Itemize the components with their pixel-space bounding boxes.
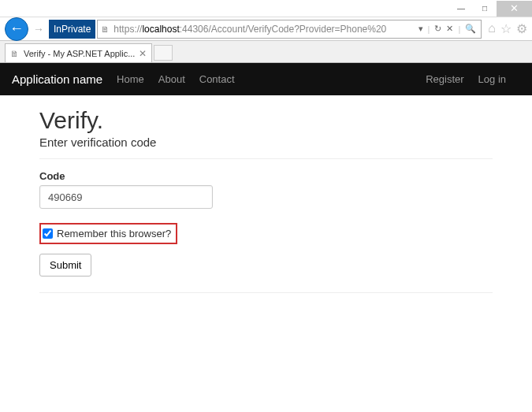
remember-checkbox[interactable] <box>43 228 53 239</box>
minimize-button[interactable]: — <box>449 1 473 17</box>
nav-link-about[interactable]: About <box>158 73 185 85</box>
nav-link-contact[interactable]: Contact <box>199 73 235 85</box>
browser-tab-row: 🗎 Verify - My ASP.NET Applic... ✕ <box>0 41 532 63</box>
refresh-icon[interactable]: ↻ <box>433 24 443 34</box>
home-icon[interactable]: ⌂ <box>488 21 496 36</box>
remember-highlight-box: Remember this browser? <box>39 223 177 244</box>
divider <box>39 158 493 159</box>
tab-title: Verify - My ASP.NET Applic... <box>24 49 135 58</box>
page-title: Verify. <box>39 107 493 134</box>
url-text: https://localhost:44306/Account/VerifyCo… <box>112 24 416 35</box>
forward-arrow-icon: → <box>33 23 44 35</box>
url-controls: ▾ | ↻ ✕ | 🔍 <box>417 24 482 34</box>
footer-divider <box>39 292 493 293</box>
remember-label: Remember this browser? <box>57 228 171 239</box>
browser-toolbar-icons: ⌂ ☆ ⚙ <box>483 21 527 36</box>
maximize-button[interactable]: □ <box>473 1 497 17</box>
page-subtitle: Enter verification code <box>39 135 493 149</box>
url-host: localhost <box>142 24 179 35</box>
remember-checkbox-row[interactable]: Remember this browser? <box>41 225 176 243</box>
stop-icon[interactable]: ✕ <box>445 24 455 34</box>
browser-tab[interactable]: 🗎 Verify - My ASP.NET Applic... ✕ <box>5 43 152 62</box>
new-tab-button[interactable] <box>154 45 173 61</box>
url-scheme: https:// <box>113 24 142 35</box>
page-content: Verify. Enter verification code Code Rem… <box>12 95 520 310</box>
submit-button[interactable]: Submit <box>39 254 91 277</box>
forward-button[interactable]: → <box>30 20 47 38</box>
navbar-brand[interactable]: Application name <box>12 72 102 86</box>
site-navbar: Application name Home About Contact Regi… <box>0 63 532 95</box>
nav-link-login[interactable]: Log in <box>478 73 506 85</box>
code-input[interactable] <box>39 185 213 209</box>
settings-icon[interactable]: ⚙ <box>516 21 527 36</box>
back-button[interactable]: ← <box>5 17 28 41</box>
tab-close-icon[interactable]: ✕ <box>139 48 147 59</box>
search-icon[interactable]: 🔍 <box>463 24 478 34</box>
page-icon: 🗎 <box>98 22 112 36</box>
page-viewport: Application name Home About Contact Regi… <box>0 63 532 412</box>
code-label: Code <box>39 170 493 182</box>
favorites-icon[interactable]: ☆ <box>500 21 512 36</box>
back-arrow-icon: ← <box>9 20 24 37</box>
code-form-group: Code <box>39 170 493 209</box>
browser-address-bar: ← → InPrivate 🗎 https://localhost:44306/… <box>0 17 532 41</box>
window-titlebar: — □ ✕ <box>0 0 532 17</box>
close-window-button[interactable]: ✕ <box>497 1 532 17</box>
tab-page-icon: 🗎 <box>10 49 20 58</box>
inprivate-badge: InPrivate <box>49 20 95 39</box>
nav-link-register[interactable]: Register <box>426 73 463 85</box>
nav-link-home[interactable]: Home <box>117 73 144 85</box>
url-input[interactable]: 🗎 https://localhost:44306/Account/Verify… <box>97 20 482 39</box>
url-dropdown-icon[interactable]: ▾ <box>417 24 425 34</box>
url-path: :44306/Account/VerifyCode?Provider=Phone… <box>180 24 387 35</box>
